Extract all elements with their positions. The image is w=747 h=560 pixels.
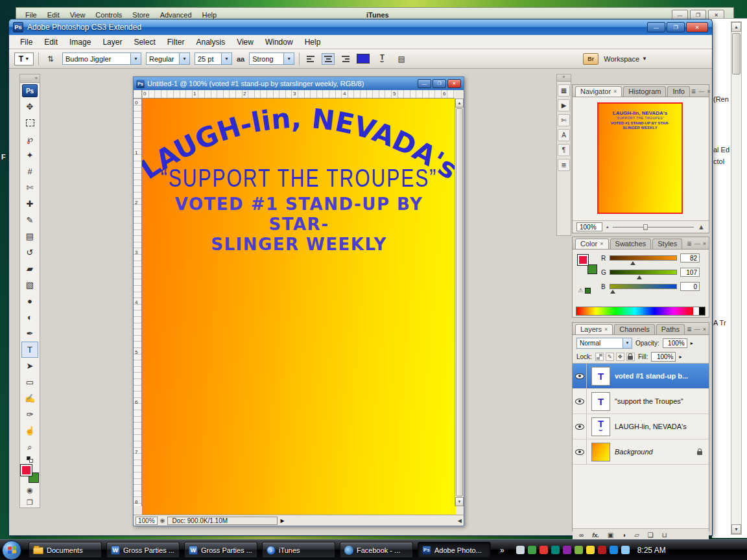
tray-icon-2[interactable] [528,546,536,554]
layer-name[interactable]: LAUGH-lin, NEVADA's [615,423,687,430]
new-layer-button[interactable]: ❏ [648,531,654,539]
blur-tool[interactable]: ● [21,293,38,309]
visibility-toggle[interactable] [573,364,587,388]
vertical-ruler[interactable]: 0 1 2 3 4 5 6 7 8 [134,99,142,506]
blue-slider[interactable] [610,284,677,289]
navigator-proxy-view[interactable]: LAUGH-lin, NEVADA's “SUPPORT THE TROUPES… [597,102,683,214]
tab-paths[interactable]: Paths [656,324,685,334]
foreground-color-swatch[interactable] [21,465,32,476]
panel-menu-icon[interactable]: ≣ [691,88,696,95]
panel-menu-icon[interactable]: ≣ [687,240,692,247]
screen-mode-button[interactable]: ❐ [22,496,38,508]
font-style-select[interactable]: Regular ▼ [146,52,190,65]
status-menu-arrow-icon[interactable]: ▶ [280,518,284,524]
anti-alias-select[interactable]: Strong ▼ [249,52,294,65]
itunes-menu-store[interactable]: Store [127,11,154,19]
tab-close-icon[interactable]: × [600,240,603,247]
panel-minimize-icon[interactable]: — [694,326,700,332]
taskbar-clock[interactable]: 8:25 AM [637,546,666,555]
tray-icon-4[interactable] [551,546,560,554]
hand-tool[interactable]: ☝ [21,423,38,439]
move-tool[interactable]: ✥ [21,99,38,115]
restore-button[interactable]: ❐ [667,22,685,32]
green-slider[interactable] [610,270,677,275]
add-mask-button[interactable]: ▣ [608,531,613,539]
eyedropper-tool[interactable]: ✑ [21,406,38,423]
tab-close-icon[interactable]: × [613,88,617,95]
itunes-menu-controls[interactable]: Controls [90,11,127,19]
document-title-bar[interactable]: Ps Untitled-1 @ 100% (voted #1 stand-up … [134,77,464,90]
taskbar-item-gross-parties-2[interactable]: W Gross Parties ... [184,542,257,558]
scroll-down-button[interactable]: ▼ [731,524,741,534]
gamut-warning[interactable]: ⚠ [578,287,591,294]
layer-row-voted[interactable]: T voted #1 stand-up b... [573,364,709,389]
layer-row-background[interactable]: Background [573,439,709,465]
zoom-out-icon[interactable]: ▴ [606,224,609,229]
menu-select[interactable]: Select [128,38,161,47]
dock-icon-paragraph[interactable]: ¶ [558,144,570,156]
title-bar[interactable]: Ps Adobe Photoshop CS3 Extended — ❐ ✕ [9,19,712,35]
itunes-menu-advanced[interactable]: Advanced [155,11,197,19]
menu-view[interactable]: View [231,38,259,47]
pen-tool[interactable]: ✒ [21,325,38,342]
scroll-up-button[interactable]: ▲ [731,22,741,32]
tab-info[interactable]: Info [667,86,689,97]
slider-handle[interactable] [610,290,615,294]
scroll-left-icon[interactable]: ◀ [458,518,462,524]
clone-stamp-tool[interactable]: ▤ [21,228,38,244]
panel-close-icon[interactable]: × [703,326,706,332]
tab-layers[interactable]: Layers × [575,324,613,334]
dock-icon-layer-comps[interactable]: ≣ [558,159,570,171]
green-value-field[interactable]: 107 [680,268,700,277]
menu-edit[interactable]: Edit [38,38,64,47]
tray-icon-5[interactable] [563,546,571,554]
gradient-tool[interactable]: ▧ [21,277,38,293]
blend-mode-select[interactable]: Normal ▼ [576,338,632,349]
dock-icon-character[interactable]: A [558,129,570,141]
scrollbar-thumb[interactable] [732,33,741,75]
path-selection-tool[interactable]: ➤ [21,358,38,374]
start-button[interactable] [2,541,21,560]
taskbar-item-itunes[interactable]: ♪ iTunes [262,542,335,558]
black-cell[interactable] [699,307,705,315]
doc-close-button[interactable]: ✕ [447,79,461,88]
tab-styles[interactable]: Styles [652,239,682,249]
lock-all-button[interactable] [626,353,635,361]
doc-restore-button[interactable]: ❐ [433,79,446,88]
crop-tool[interactable]: # [21,163,38,180]
chevron-down-icon[interactable]: ▼ [283,53,294,64]
tool-preset-picker[interactable]: T ▼ [14,52,34,65]
bridge-button[interactable]: Br [583,53,599,65]
new-group-button[interactable]: ▱ [634,531,639,539]
panel-minimize-icon[interactable]: — [694,240,700,247]
tab-close-icon[interactable]: × [604,326,608,332]
lock-pixels-button[interactable]: ✎ [606,353,614,361]
tab-navigator[interactable]: Navigator × [575,86,622,97]
workspace-menu[interactable]: Workspace ▼ [604,55,647,63]
menu-filter[interactable]: Filter [161,38,191,47]
tray-icon-1[interactable] [516,546,525,554]
layer-style-button[interactable]: fx. [592,532,599,539]
healing-brush-tool[interactable]: ✚ [21,196,38,212]
toolbox-collapse-handle[interactable]: » [20,75,40,83]
background-color-swatch[interactable] [587,264,597,274]
lock-transparency-button[interactable] [595,353,604,361]
document-vertical-scrollbar[interactable]: ▲ ▼ [455,99,464,506]
gamut-swatch[interactable] [585,288,591,294]
default-colors-icon[interactable] [27,456,33,463]
color-spectrum-ramp[interactable] [576,307,706,316]
adjustment-layer-button[interactable]: ◑ [622,531,626,539]
canvas[interactable]: LAUGH-lin, NEVADA's “SUPPORT THE TROUPES… [142,99,456,516]
type-tool[interactable]: T [21,342,38,358]
zoom-tool[interactable]: ⌕ [21,439,38,455]
minimize-button[interactable]: — [647,22,665,32]
taskbar-item-gross-parties-1[interactable]: W Gross Parties ... [106,542,180,558]
navigator-zoom-field[interactable]: 100% [576,222,602,231]
brush-tool[interactable]: ✎ [21,212,38,228]
taskbar-item-photoshop[interactable]: Ps Adobe Photo... [418,542,491,558]
layer-thumbnail[interactable]: T [591,367,610,386]
fill-spinner-icon[interactable]: ▸ [679,354,682,360]
menu-help[interactable]: Help [299,38,327,47]
scroll-up-button[interactable]: ▲ [455,99,464,108]
background-scrollbar[interactable]: ▲ ▼ [731,21,742,535]
